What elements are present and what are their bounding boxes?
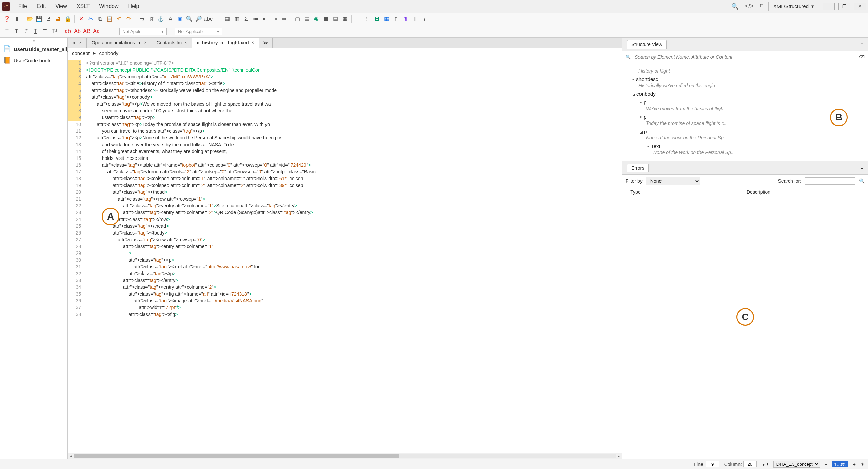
scroll-left-icon[interactable]: ◂ xyxy=(68,453,74,459)
num-list-icon[interactable]: ≡ xyxy=(354,15,362,23)
tree-node[interactable]: •shortdescHistorically we've relied on t… xyxy=(632,75,864,90)
sigma-icon[interactable]: Σ xyxy=(242,15,251,23)
tree-node[interactable]: •pToday the promise of space flight is c… xyxy=(640,113,864,127)
text-plain-icon[interactable]: T xyxy=(3,27,12,36)
panel-menu-icon[interactable]: ≡ xyxy=(861,41,863,47)
tab-contacts[interactable]: Contacts.fm× xyxy=(152,38,192,48)
align-b-icon[interactable]: ▤ xyxy=(331,15,340,23)
tab-operating-limitations[interactable]: OperatingLimitations.fm× xyxy=(87,38,152,48)
paste-icon[interactable]: 📋 xyxy=(105,15,114,23)
text-italic-icon[interactable]: T xyxy=(22,27,31,36)
structure-toggle-icon[interactable]: ⧉ xyxy=(758,1,766,11)
tab-overflow[interactable]: ≫ xyxy=(259,38,273,48)
align-c-icon[interactable]: ▦ xyxy=(340,15,349,23)
menu-file[interactable]: File xyxy=(14,1,32,12)
lock-icon[interactable]: 🔒 xyxy=(63,15,72,23)
book-file-userguide[interactable]: 📙 UserGuide.book xyxy=(0,55,67,66)
scroll-right-icon[interactable]: ▸ xyxy=(616,453,622,459)
horizontal-scrollbar[interactable]: ◂ ▸ xyxy=(68,453,622,459)
tree-node[interactable]: ◢conbody xyxy=(632,90,864,98)
view-a-icon[interactable]: ▢ xyxy=(293,15,302,23)
panel-menu-icon[interactable]: ≡ xyxy=(861,165,863,170)
code-editor[interactable]: 1234567891011121314151617181920212223242… xyxy=(68,58,622,453)
bullet-list-icon[interactable]: ⁝≡ xyxy=(363,15,372,23)
note-icon[interactable]: ▯ xyxy=(392,15,400,23)
menu-xslt[interactable]: XSLT xyxy=(72,1,95,12)
outdent-icon[interactable]: ⇤ xyxy=(261,15,270,23)
menu-edit[interactable]: Edit xyxy=(32,1,51,12)
close-icon[interactable]: × xyxy=(144,40,147,45)
book-file-master[interactable]: 📄 UserGuide_master_all_fi... xyxy=(0,43,67,55)
open-icon[interactable]: 📂 xyxy=(25,15,34,23)
undo-icon[interactable]: ↶ xyxy=(115,15,123,23)
menu-window[interactable]: Window xyxy=(95,1,123,12)
col-type[interactable]: Type xyxy=(622,187,649,197)
tree-node[interactable]: ◢pNone of the work on the Personal Sp... xyxy=(640,127,864,142)
anchor-icon[interactable]: ⚓ xyxy=(156,15,165,23)
maximize-button[interactable]: ❐ xyxy=(838,3,850,10)
align-left-icon[interactable]: ≡ xyxy=(213,15,222,23)
lowercase-icon[interactable]: ab xyxy=(63,27,72,36)
errors-search-input[interactable] xyxy=(805,177,855,185)
column-input[interactable] xyxy=(743,461,757,467)
col-description[interactable]: Description xyxy=(649,187,868,197)
toggle-b-icon[interactable]: ⇵ xyxy=(147,15,156,23)
panel-handle-icon[interactable]: ⠿ xyxy=(0,40,67,43)
close-button[interactable]: ✕ xyxy=(854,3,866,10)
scroll-thumb[interactable] xyxy=(74,454,399,458)
cut-icon[interactable]: ✂ xyxy=(86,15,95,23)
code-view-icon[interactable]: </> xyxy=(743,1,756,11)
pilcrow-icon[interactable]: ¶ xyxy=(401,15,410,23)
align-a-icon[interactable]: ≣ xyxy=(321,15,330,23)
find-replace-icon[interactable]: 🔎 xyxy=(194,15,203,23)
zoom-out-icon[interactable]: − xyxy=(825,462,827,467)
table2-icon[interactable]: ▥ xyxy=(232,15,241,23)
bold-icon[interactable]: T xyxy=(411,15,419,23)
find-icon[interactable]: 🔍 xyxy=(185,15,194,23)
doctype-select[interactable]: DITA_1.3_concept xyxy=(773,461,820,468)
breadcrumb-conbody[interactable]: conbody xyxy=(99,50,119,56)
menu-view[interactable]: View xyxy=(51,1,72,12)
code-area[interactable]: <?xml version="1.0" encoding="UTF-8"?><!… xyxy=(83,58,622,453)
text-strike-icon[interactable]: T̶ xyxy=(41,27,50,36)
view-b-icon[interactable]: ▤ xyxy=(302,15,311,23)
image-icon[interactable]: 🖼 xyxy=(373,15,381,23)
filter-select[interactable]: None xyxy=(646,177,700,185)
indent2-icon[interactable]: ⇨ xyxy=(280,15,289,23)
close-icon[interactable]: × xyxy=(184,40,187,45)
grid-icon[interactable]: ▦ xyxy=(382,15,391,23)
minimize-button[interactable]: — xyxy=(823,3,835,10)
errors-tab[interactable]: Errors xyxy=(627,164,649,172)
table-icon[interactable]: ▦ xyxy=(223,15,232,23)
print-icon[interactable]: 🖶 xyxy=(54,15,63,23)
close-icon[interactable]: × xyxy=(252,40,254,45)
save-icon[interactable]: 💾 xyxy=(35,15,44,23)
search-go-icon[interactable]: 🔍 xyxy=(859,178,865,184)
search-icon[interactable]: 🔍 xyxy=(729,1,741,12)
spellcheck-icon[interactable]: abc xyxy=(204,15,213,23)
smallcaps-icon[interactable]: Aa xyxy=(92,27,101,36)
text-underline-icon[interactable]: T xyxy=(31,27,40,36)
structure-view-tab[interactable]: Structure View xyxy=(627,40,667,49)
tree-node[interactable]: •TextNone of the work on the Personal Sp… xyxy=(647,142,864,156)
char-icon[interactable]: Ȧ xyxy=(166,15,175,23)
menu-help[interactable]: Help xyxy=(123,1,144,12)
tab-history-of-flight[interactable]: c_history_of_flight.xml× xyxy=(192,38,259,48)
flow-icon[interactable]: ⏵▮ xyxy=(762,462,769,467)
titlecase-icon[interactable]: Ab xyxy=(73,27,82,36)
zoom-in-icon[interactable]: + xyxy=(853,462,856,467)
breadcrumb-concept[interactable]: concept xyxy=(72,50,90,56)
new-doc-icon[interactable]: ▮ xyxy=(12,15,21,23)
workspace-switcher[interactable]: XML/Structured▾ xyxy=(768,2,819,11)
text-super-icon[interactable]: T² xyxy=(50,27,59,36)
clear-search-icon[interactable]: ⌫ xyxy=(859,55,865,59)
validate-icon[interactable]: ◉ xyxy=(312,15,321,23)
text-bold-icon[interactable]: T xyxy=(12,27,21,36)
zoom-fit-icon[interactable]: ✶ xyxy=(861,462,865,467)
char-style-combo[interactable]: Not Applicab▾ xyxy=(175,28,222,35)
para-style-combo[interactable]: Not Appli▾ xyxy=(119,28,167,35)
indent-icon[interactable]: ⇥ xyxy=(270,15,279,23)
zoom-value[interactable]: 100% xyxy=(832,461,848,467)
redo-icon[interactable]: ↷ xyxy=(124,15,133,23)
tree-node[interactable]: History of flight xyxy=(632,66,864,75)
